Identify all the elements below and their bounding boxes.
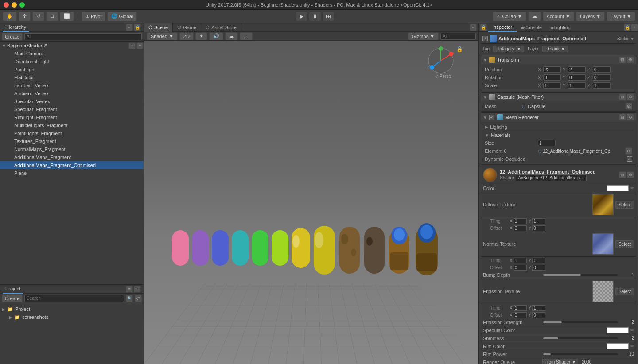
- hierarchy-root-item[interactable]: ▼ BeginnerShaders* ≡ +: [0, 42, 144, 50]
- scale-x-input[interactable]: [543, 82, 561, 89]
- project-folder-project[interactable]: ▶ 📁 Project: [2, 305, 142, 313]
- color-swatch[interactable]: [607, 185, 629, 191]
- rim-color-swatch[interactable]: [607, 343, 629, 349]
- hand-tool-button[interactable]: ✋: [3, 12, 17, 21]
- hierarchy-item-main-camera[interactable]: Main Camera: [0, 50, 144, 58]
- rim-power-slider[interactable]: [543, 353, 618, 355]
- emission-strength-slider[interactable]: [543, 321, 618, 323]
- emission-texture-thumb[interactable]: [592, 281, 614, 302]
- material-gear-icon[interactable]: ⚙: [627, 171, 634, 178]
- play-button[interactable]: ▶: [296, 12, 308, 21]
- project-folder-screenshots[interactable]: ▶ 📁 screenshots: [2, 313, 142, 321]
- maximize-button[interactable]: [19, 2, 25, 8]
- rect-tool-button[interactable]: ⬜: [60, 12, 74, 21]
- material-preview[interactable]: [483, 168, 497, 182]
- diffuse-offset-x-input[interactable]: [514, 225, 527, 231]
- material-settings-icon[interactable]: ⊞: [619, 171, 626, 178]
- normal-tiling-x-input[interactable]: [514, 258, 527, 263]
- hierarchy-item-point-light[interactable]: Point light: [0, 66, 144, 74]
- object-active-checkbox[interactable]: ✓: [482, 36, 488, 41]
- hierarchy-root-add-icon[interactable]: +: [136, 42, 144, 49]
- project-search-icon[interactable]: 🔍: [126, 295, 133, 302]
- scene-tab[interactable]: ⬡ Scene: [144, 23, 173, 32]
- transform-settings-icon[interactable]: ⊞: [619, 56, 626, 63]
- step-button[interactable]: ⏭: [322, 12, 335, 21]
- color-edit-icon[interactable]: ✏: [630, 186, 634, 190]
- project-tab[interactable]: Project: [3, 285, 23, 294]
- emission-tiling-x-input[interactable]: [514, 305, 527, 311]
- mesh-renderer-settings-icon[interactable]: ⊞: [619, 114, 626, 121]
- minimize-button[interactable]: [12, 2, 17, 8]
- hierarchy-item-multiplelights[interactable]: MultipleLights_Fragment: [0, 121, 144, 129]
- layers-button[interactable]: Layers ▼: [576, 12, 605, 21]
- position-z-input[interactable]: [593, 66, 611, 73]
- emission-offset-y-input[interactable]: [532, 312, 545, 318]
- scene-search-input[interactable]: [440, 33, 476, 40]
- diffuse-offset-y-input[interactable]: [532, 225, 545, 231]
- scene-lock-icon[interactable]: 🔒: [456, 46, 463, 52]
- hierarchy-item-normalmaps[interactable]: NormalMaps_Fragment: [0, 145, 144, 153]
- tag-dropdown[interactable]: Untagged ▼: [493, 46, 524, 52]
- project-settings-icon[interactable]: ≡: [126, 286, 133, 293]
- mesh-filter-header[interactable]: ▼ Capsule (Mesh Filter) ⊞ ⚙: [481, 93, 636, 101]
- hierarchy-item-rimlight-fragment[interactable]: RimLight_Fragment: [0, 113, 144, 121]
- hierarchy-item-flatcolor[interactable]: FlatColor: [0, 74, 144, 81]
- hierarchy-item-additionalmaps[interactable]: AdditionalMaps_Fragment: [0, 153, 144, 161]
- shader-value[interactable]: Ai/Beginner/12_AdditionalMaps_Fragment_O…: [516, 174, 587, 181]
- normal-texture-select-button[interactable]: Select: [615, 240, 634, 248]
- diffuse-tiling-y-input[interactable]: [532, 218, 545, 224]
- hierarchy-create-button[interactable]: Create: [2, 33, 23, 41]
- normal-tiling-y-input[interactable]: [532, 258, 545, 263]
- normal-offset-y-input[interactable]: [532, 265, 545, 271]
- collab-button[interactable]: ✓ Collab ▼: [493, 12, 526, 21]
- rotation-z-input[interactable]: [593, 74, 611, 81]
- inspector-tab[interactable]: Inspector: [488, 23, 517, 32]
- mesh-renderer-checkbox[interactable]: ✓: [489, 115, 494, 120]
- scale-tool-button[interactable]: ⊡: [46, 12, 58, 21]
- pause-button[interactable]: ⏸: [309, 12, 321, 21]
- position-x-input[interactable]: [543, 66, 561, 73]
- hierarchy-tab[interactable]: Hierarchy: [3, 23, 29, 32]
- dynamic-occluded-checkbox[interactable]: ✓: [627, 156, 632, 162]
- scene-skybox-button[interactable]: ☁: [225, 32, 238, 40]
- static-dropdown-icon[interactable]: ▼: [630, 36, 634, 41]
- diffuse-tiling-x-input[interactable]: [514, 218, 527, 224]
- project-extra-icon[interactable]: ⋯: [134, 286, 141, 293]
- global-button[interactable]: 🌐 Global: [107, 12, 137, 21]
- hierarchy-item-pointlights[interactable]: PointLights_Fragment: [0, 129, 144, 137]
- account-button[interactable]: Account ▼: [543, 12, 575, 21]
- diffuse-texture-select-button[interactable]: Select: [615, 201, 634, 209]
- inspector-lock-button[interactable]: 🔒: [624, 24, 631, 31]
- rim-color-edit-icon[interactable]: ✏: [630, 344, 634, 349]
- transform-header[interactable]: ▼ Transform ⊞ ⚙: [481, 55, 636, 64]
- project-tag-icon[interactable]: 🏷: [135, 295, 142, 302]
- scene-gizmo[interactable]: Y X Z: [425, 45, 456, 76]
- bump-depth-slider[interactable]: [543, 274, 618, 276]
- scene-audio-button[interactable]: 🔊: [209, 32, 223, 40]
- emission-texture-select-button[interactable]: Select: [615, 288, 634, 295]
- mesh-renderer-gear-icon[interactable]: ⚙: [627, 114, 634, 121]
- asset-store-tab[interactable]: ⬡ Asset Store: [201, 23, 241, 32]
- hierarchy-search-input[interactable]: [24, 33, 142, 40]
- project-create-button[interactable]: Create: [2, 294, 23, 302]
- hierarchy-item-lambert-vertex[interactable]: Lambert_Vertex: [0, 81, 144, 89]
- hierarchy-item-textures[interactable]: Textures_Fragment: [0, 137, 144, 145]
- scene-viewport[interactable]: Y X Z 🔒 ◁ Persp: [144, 41, 478, 364]
- hierarchy-lock-icon[interactable]: 🔒: [134, 24, 141, 31]
- pivot-button[interactable]: ⊕ Pivot: [82, 12, 105, 21]
- rotation-y-input[interactable]: [568, 74, 586, 81]
- layer-dropdown[interactable]: Default ▼: [542, 46, 568, 52]
- scene-view-settings-icon[interactable]: ≡: [470, 24, 477, 31]
- hierarchy-item-additionalmaps-optimised[interactable]: AdditionalMaps_Fragment_Optimised: [0, 161, 144, 169]
- mesh-renderer-header[interactable]: ▼ ✓ Mesh Renderer ⊞ ⚙: [481, 113, 636, 122]
- game-tab[interactable]: ⬡ Game: [173, 23, 201, 32]
- hierarchy-item-plane[interactable]: Plane: [0, 169, 144, 177]
- hierarchy-root-settings-icon[interactable]: ≡: [128, 42, 136, 49]
- materials-section-header[interactable]: ▼ Materials: [483, 131, 634, 139]
- lighting-tab[interactable]: ≡ Lighting: [546, 23, 575, 32]
- cloud-button[interactable]: ☁: [528, 12, 541, 21]
- element0-select-button[interactable]: ⊙: [625, 147, 632, 155]
- layout-button[interactable]: Layout ▼: [607, 12, 635, 21]
- emission-offset-x-input[interactable]: [514, 312, 527, 318]
- gizmos-button[interactable]: Gizmos ▼: [408, 32, 439, 40]
